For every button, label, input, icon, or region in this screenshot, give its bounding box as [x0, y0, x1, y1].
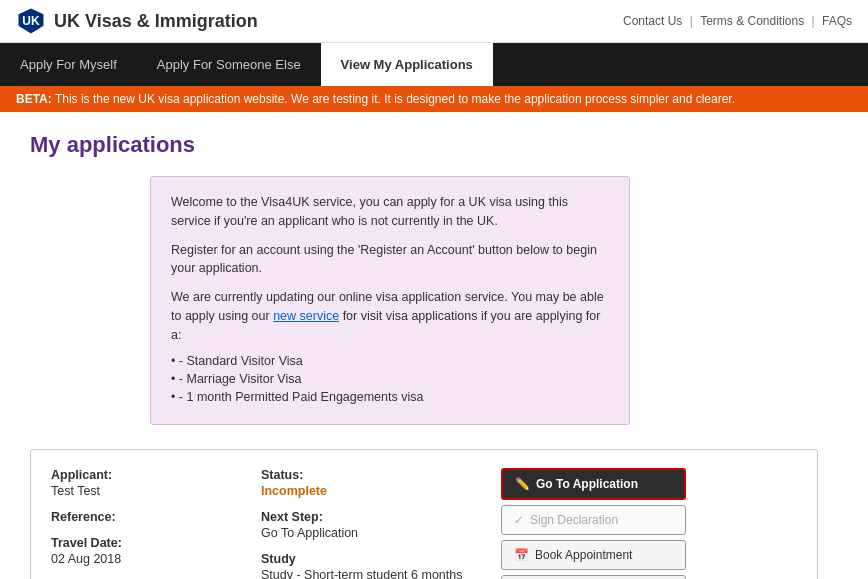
pay-for-application-button[interactable]: 💳 Pay for Application [501, 575, 686, 579]
info-para-1: Welcome to the Visa4UK service, you can … [171, 193, 609, 231]
contact-link[interactable]: Contact Us [623, 14, 682, 28]
category-label: Study [261, 552, 481, 566]
list-item-2: - Marriage Visitor Visa [171, 372, 609, 386]
page-title: My applications [30, 132, 838, 158]
app-card-grid: Applicant: Test Test Reference: Travel D… [51, 468, 797, 579]
beta-text: This is the new UK visa application webs… [55, 92, 735, 106]
nav-view-applications[interactable]: View My Applications [321, 43, 493, 86]
beta-banner: BETA: This is the new UK visa applicatio… [0, 86, 868, 112]
info-box: Welcome to the Visa4UK service, you can … [150, 176, 630, 425]
applicant-label: Applicant: [51, 468, 251, 482]
new-service-link[interactable]: new service [273, 309, 339, 323]
main-content: My applications Welcome to the Visa4UK s… [0, 112, 868, 579]
reference-field: Reference: [51, 510, 251, 524]
reference-label: Reference: [51, 510, 251, 524]
list-item-3: - 1 month Permitted Paid Engagements vis… [171, 390, 609, 404]
mid-fields: Status: Incomplete Next Step: Go To Appl… [261, 468, 481, 579]
top-links: Contact Us | Terms & Conditions | FAQs [623, 14, 852, 28]
sign-declaration-label: Sign Declaration [530, 513, 618, 527]
left-fields: Applicant: Test Test Reference: Travel D… [51, 468, 251, 579]
logo-area: UK UK Visas & Immigration [16, 6, 258, 36]
travel-date-label: Travel Date: [51, 536, 251, 550]
logo-icon: UK [16, 6, 46, 36]
info-para-2: Register for an account using the 'Regis… [171, 241, 609, 279]
category-field: Study Study - Short-term student 6 month… [261, 552, 481, 579]
travel-date-value: 02 Aug 2018 [51, 552, 251, 566]
svg-text:UK: UK [22, 14, 40, 28]
travel-date-field: Travel Date: 02 Aug 2018 [51, 536, 251, 566]
category-value: Study - Short-term student 6 months [261, 568, 481, 579]
applicant-value: Test Test [51, 484, 251, 498]
status-value: Incomplete [261, 484, 481, 498]
top-header: UK UK Visas & Immigration Contact Us | T… [0, 0, 868, 43]
main-nav: Apply For Myself Apply For Someone Else … [0, 43, 868, 86]
next-step-field: Next Step: Go To Application [261, 510, 481, 540]
next-step-label: Next Step: [261, 510, 481, 524]
terms-link[interactable]: Terms & Conditions [700, 14, 804, 28]
logo-text: UK Visas & Immigration [54, 11, 258, 32]
book-appointment-label: Book Appointment [535, 548, 632, 562]
check-icon: ✓ [514, 513, 524, 527]
list-item-1: - Standard Visitor Visa [171, 354, 609, 368]
application-card: Applicant: Test Test Reference: Travel D… [30, 449, 818, 579]
nav-apply-someone-else[interactable]: Apply For Someone Else [137, 43, 321, 86]
go-to-application-button[interactable]: ✏️ Go To Application [501, 468, 686, 500]
status-label: Status: [261, 468, 481, 482]
calendar-icon: 📅 [514, 548, 529, 562]
applicant-field: Applicant: Test Test [51, 468, 251, 498]
next-step-value: Go To Application [261, 526, 481, 540]
status-field: Status: Incomplete [261, 468, 481, 498]
info-para-3: We are currently updating our online vis… [171, 288, 609, 344]
go-to-application-label: Go To Application [536, 477, 638, 491]
nav-apply-myself[interactable]: Apply For Myself [0, 43, 137, 86]
beta-label: BETA: [16, 92, 52, 106]
sign-declaration-button[interactable]: ✓ Sign Declaration [501, 505, 686, 535]
pencil-icon: ✏️ [515, 477, 530, 491]
book-appointment-button[interactable]: 📅 Book Appointment [501, 540, 686, 570]
faqs-link[interactable]: FAQs [822, 14, 852, 28]
visa-types-list: - Standard Visitor Visa - Marriage Visit… [171, 354, 609, 404]
action-buttons: ✏️ Go To Application ✓ Sign Declaration … [491, 468, 797, 579]
